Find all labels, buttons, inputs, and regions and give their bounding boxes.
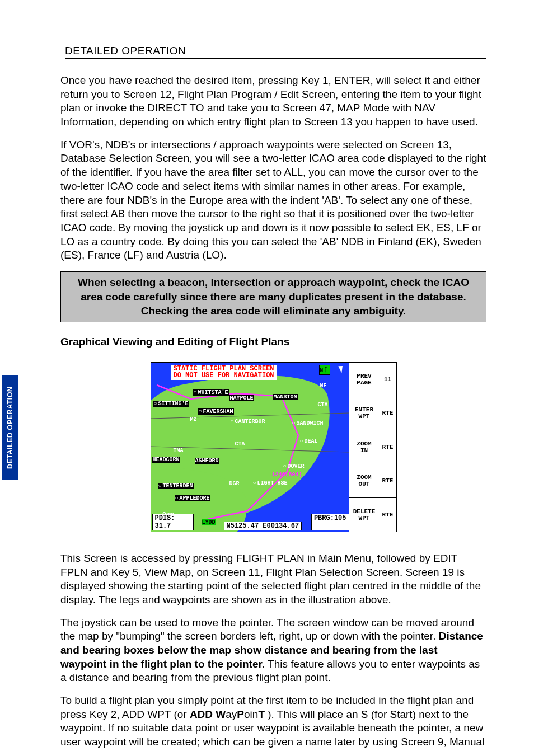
label-m2: M2 (190, 416, 197, 422)
figure: STATIC FLIGHT PLAN SCREEN DO NOT USE FOR… (60, 363, 486, 532)
label-deal: DEAL (300, 438, 318, 444)
label-ashford: ASHFORD (195, 458, 219, 464)
map-area[interactable]: STATIC FLIGHT PLAN SCREEN DO NOT USE FOR… (151, 363, 349, 532)
aux-rte: RTE (380, 497, 396, 532)
p4-part-a: The joystick can be used to move the poi… (60, 617, 474, 642)
p5-b3: P (237, 708, 244, 720)
label-faversham: FAVERSHAM (198, 408, 234, 415)
paragraph-2: If VOR's, NDB's or intersections / appro… (60, 138, 486, 262)
p5-b4: oin (244, 708, 258, 720)
paragraph-4: The joystick can be used to move the poi… (60, 616, 486, 685)
callout-box: When selecting a beacon, intersection or… (60, 271, 486, 322)
aux-column: 11 RTE RTE RTE RTE (380, 363, 396, 532)
softkey-line1: ZOOM (357, 474, 371, 481)
paragraph-5: To build a flight plan you simply point … (60, 694, 486, 749)
svg-line-0 (151, 413, 349, 419)
softkey-line1: PREV (357, 373, 371, 379)
label-dover: DOVER (283, 463, 305, 469)
label-whitstable: WHITSTA'E (193, 389, 229, 396)
label-maypole: MAYPOLE (229, 395, 254, 401)
label-tenterden: TENTERDEN (158, 483, 194, 489)
label-light-hse: LIGHT HSE (253, 480, 288, 486)
label-nf: NF (320, 383, 326, 389)
softkey-prev-page[interactable]: PREV PAGE (349, 363, 380, 396)
p5-b2: ay (226, 708, 237, 720)
p5-b1: ADD W (190, 708, 226, 720)
softkey-line2: IN (360, 447, 368, 454)
softkey-line1: DELETE (353, 508, 376, 515)
north-indicator-icon: N⭡ (319, 365, 330, 375)
label-code: 1246(804) (272, 472, 302, 478)
label-cta2: CTA (235, 441, 245, 447)
softkey-line1: ENTER (355, 406, 373, 413)
aux-rte: RTE (380, 430, 396, 464)
screen-title: STATIC FLIGHT PLAN SCREEN DO NOT USE FOR… (171, 365, 277, 380)
softkey-zoom-in[interactable]: ZOOM IN (349, 430, 380, 464)
side-tab: DETAILED OPERATION (2, 375, 18, 480)
coords-box: N5125.47 E00134.67 (224, 522, 302, 530)
label-manston: MANSTON (273, 394, 298, 400)
label-cta1: CTA (318, 402, 328, 408)
softkey-zoom-out[interactable]: ZOOM OUT (349, 464, 380, 498)
section-heading: DETAILED OPERATION (65, 45, 486, 59)
pdis-box: PDIS: 31.7 (152, 514, 194, 530)
label-sandwich: SANDWICH (292, 420, 324, 426)
pbrg-box: PBRG:105 (311, 514, 349, 530)
softkey-delete-wpt[interactable]: DELETE WPT (349, 497, 380, 532)
softkey-line2: OUT (359, 481, 370, 487)
paragraph-3: This Screen is accessed by pressing FLIG… (60, 552, 486, 607)
device-screen: STATIC FLIGHT PLAN SCREEN DO NOT USE FOR… (151, 363, 396, 532)
aux-rte: RTE (380, 396, 396, 430)
label-dgr: DGR (229, 481, 240, 487)
route-lines (151, 363, 349, 532)
softkey-line2: WPT (359, 413, 370, 420)
subheading: Graphical Viewing and Editing of Flight … (60, 336, 486, 348)
label-headcorn: HEADCORN (152, 457, 180, 463)
p5-b5: T (258, 708, 265, 720)
label-tma: TMA (174, 448, 184, 454)
page: DETAILED OPERATION DETAILED OPERATION On… (0, 0, 534, 756)
softkey-line2: PAGE (357, 379, 371, 386)
label-appledore: APPLEDORE (175, 495, 210, 501)
softkey-column: PREV PAGE ENTER WPT ZOOM IN ZOOM OUT DEL… (349, 363, 380, 532)
softkey-line2: WPT (359, 515, 370, 522)
aux-11: 11 (380, 363, 396, 396)
paragraph-1: Once you have reached the desired item, … (60, 74, 486, 129)
label-canterbury: CANTERBUR (231, 419, 265, 425)
softkey-enter-wpt[interactable]: ENTER WPT (349, 396, 380, 430)
label-sittingbourne: SITTING'E (153, 401, 189, 407)
aux-rte: RTE (380, 464, 396, 498)
softkey-line1: ZOOM (357, 440, 371, 447)
